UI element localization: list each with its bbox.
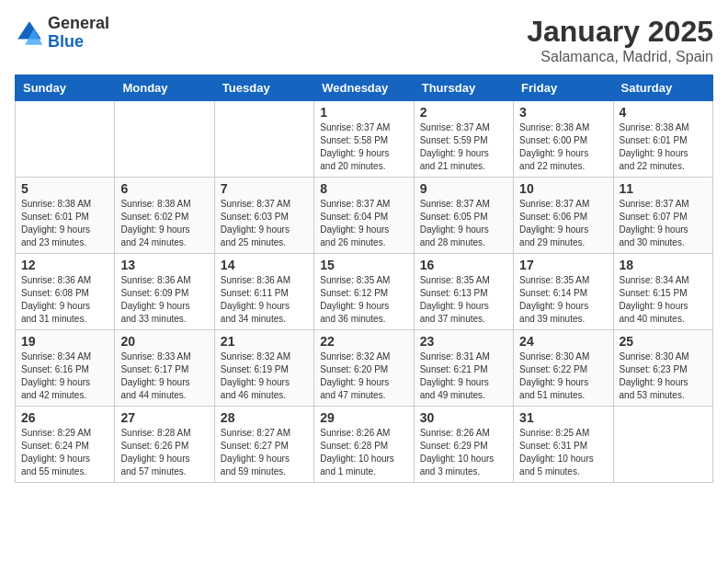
day-number: 8 — [320, 181, 407, 196]
calendar-cell: 24Sunrise: 8:30 AM Sunset: 6:22 PM Dayli… — [514, 330, 613, 407]
calendar-cell: 7Sunrise: 8:37 AM Sunset: 6:03 PM Daylig… — [214, 178, 313, 254]
day-info: Sunrise: 8:31 AM Sunset: 6:21 PM Dayligh… — [420, 350, 507, 402]
day-info: Sunrise: 8:36 AM Sunset: 6:11 PM Dayligh… — [221, 274, 308, 326]
calendar-cell: 20Sunrise: 8:33 AM Sunset: 6:17 PM Dayli… — [115, 330, 214, 407]
calendar-cell: 28Sunrise: 8:27 AM Sunset: 6:27 PM Dayli… — [214, 407, 313, 483]
day-info: Sunrise: 8:37 AM Sunset: 5:59 PM Dayligh… — [420, 121, 507, 173]
day-info: Sunrise: 8:35 AM Sunset: 6:14 PM Dayligh… — [519, 274, 607, 326]
day-number: 3 — [519, 105, 607, 120]
week-row-0: 1Sunrise: 8:37 AM Sunset: 5:58 PM Daylig… — [16, 101, 713, 178]
day-info: Sunrise: 8:37 AM Sunset: 6:07 PM Dayligh… — [620, 198, 707, 249]
calendar-cell: 13Sunrise: 8:36 AM Sunset: 6:09 PM Dayli… — [115, 254, 214, 330]
calendar-cell: 8Sunrise: 8:37 AM Sunset: 6:04 PM Daylig… — [314, 178, 414, 254]
day-number: 4 — [620, 105, 707, 120]
weekday-header-thursday: Thursday — [414, 75, 513, 101]
day-info: Sunrise: 8:27 AM Sunset: 6:27 PM Dayligh… — [221, 427, 308, 478]
calendar-cell: 11Sunrise: 8:37 AM Sunset: 6:07 PM Dayli… — [613, 178, 712, 254]
day-number: 14 — [221, 258, 308, 272]
calendar-cell: 27Sunrise: 8:28 AM Sunset: 6:26 PM Dayli… — [115, 407, 214, 483]
day-number: 26 — [21, 410, 108, 425]
calendar-cell: 31Sunrise: 8:25 AM Sunset: 6:31 PM Dayli… — [514, 407, 613, 483]
calendar-cell: 21Sunrise: 8:32 AM Sunset: 6:19 PM Dayli… — [214, 330, 313, 407]
day-number: 20 — [120, 334, 208, 349]
calendar-cell: 18Sunrise: 8:34 AM Sunset: 6:15 PM Dayli… — [613, 254, 712, 330]
day-info: Sunrise: 8:34 AM Sunset: 6:16 PM Dayligh… — [21, 350, 108, 402]
day-number: 19 — [21, 334, 108, 349]
day-number: 28 — [221, 410, 308, 425]
weekday-header-tuesday: Tuesday — [214, 75, 313, 101]
calendar-table: SundayMondayTuesdayWednesdayThursdayFrid… — [15, 75, 713, 483]
day-number: 15 — [320, 258, 407, 272]
day-info: Sunrise: 8:38 AM Sunset: 6:02 PM Dayligh… — [120, 198, 208, 249]
day-info: Sunrise: 8:37 AM Sunset: 6:04 PM Dayligh… — [320, 198, 407, 249]
day-number: 23 — [420, 334, 507, 349]
day-number: 1 — [320, 105, 407, 120]
day-number: 10 — [519, 181, 607, 196]
day-number: 24 — [519, 334, 607, 349]
day-number: 12 — [21, 258, 108, 272]
calendar-cell: 30Sunrise: 8:26 AM Sunset: 6:29 PM Dayli… — [414, 407, 513, 483]
day-info: Sunrise: 8:28 AM Sunset: 6:26 PM Dayligh… — [120, 427, 208, 478]
month-year: January 2025 — [527, 15, 713, 49]
day-number: 7 — [221, 181, 308, 196]
calendar-cell: 25Sunrise: 8:30 AM Sunset: 6:23 PM Dayli… — [613, 330, 712, 407]
day-number: 5 — [21, 181, 108, 196]
calendar-cell: 5Sunrise: 8:38 AM Sunset: 6:01 PM Daylig… — [16, 178, 115, 254]
day-number: 18 — [620, 258, 707, 272]
weekday-header-saturday: Saturday — [613, 75, 712, 101]
calendar-cell — [16, 101, 115, 178]
day-number: 21 — [221, 334, 308, 349]
weekday-header-row: SundayMondayTuesdayWednesdayThursdayFrid… — [16, 75, 713, 101]
day-number: 31 — [519, 410, 607, 425]
day-info: Sunrise: 8:33 AM Sunset: 6:17 PM Dayligh… — [120, 350, 208, 402]
week-row-2: 12Sunrise: 8:36 AM Sunset: 6:08 PM Dayli… — [16, 254, 713, 330]
calendar-cell: 17Sunrise: 8:35 AM Sunset: 6:14 PM Dayli… — [514, 254, 613, 330]
calendar-cell: 4Sunrise: 8:38 AM Sunset: 6:01 PM Daylig… — [613, 101, 712, 178]
logo-text: General Blue — [48, 15, 109, 52]
week-row-1: 5Sunrise: 8:38 AM Sunset: 6:01 PM Daylig… — [16, 178, 713, 254]
day-info: Sunrise: 8:26 AM Sunset: 6:28 PM Dayligh… — [320, 427, 407, 478]
weekday-header-wednesday: Wednesday — [314, 75, 414, 101]
day-info: Sunrise: 8:35 AM Sunset: 6:13 PM Dayligh… — [420, 274, 507, 326]
logo-icon — [15, 18, 44, 48]
calendar-cell: 19Sunrise: 8:34 AM Sunset: 6:16 PM Dayli… — [16, 330, 115, 407]
day-number: 17 — [519, 258, 607, 272]
day-number: 11 — [620, 181, 707, 196]
day-number: 27 — [120, 410, 208, 425]
week-row-3: 19Sunrise: 8:34 AM Sunset: 6:16 PM Dayli… — [16, 330, 713, 407]
week-row-4: 26Sunrise: 8:29 AM Sunset: 6:24 PM Dayli… — [16, 407, 713, 483]
location: Salamanca, Madrid, Spain — [527, 49, 713, 65]
day-info: Sunrise: 8:32 AM Sunset: 6:19 PM Dayligh… — [221, 350, 308, 402]
calendar-cell — [214, 101, 313, 178]
logo: General Blue — [15, 15, 109, 52]
calendar-cell: 16Sunrise: 8:35 AM Sunset: 6:13 PM Dayli… — [414, 254, 513, 330]
day-info: Sunrise: 8:29 AM Sunset: 6:24 PM Dayligh… — [21, 427, 108, 478]
day-info: Sunrise: 8:36 AM Sunset: 6:09 PM Dayligh… — [120, 274, 208, 326]
day-info: Sunrise: 8:37 AM Sunset: 6:06 PM Dayligh… — [519, 198, 607, 249]
calendar-cell: 9Sunrise: 8:37 AM Sunset: 6:05 PM Daylig… — [414, 178, 513, 254]
calendar-cell — [115, 101, 214, 178]
day-info: Sunrise: 8:37 AM Sunset: 6:05 PM Dayligh… — [420, 198, 507, 249]
day-info: Sunrise: 8:38 AM Sunset: 6:01 PM Dayligh… — [21, 198, 108, 249]
calendar-cell: 12Sunrise: 8:36 AM Sunset: 6:08 PM Dayli… — [16, 254, 115, 330]
day-number: 2 — [420, 105, 507, 120]
weekday-header-monday: Monday — [115, 75, 214, 101]
calendar-cell: 29Sunrise: 8:26 AM Sunset: 6:28 PM Dayli… — [314, 407, 414, 483]
day-info: Sunrise: 8:26 AM Sunset: 6:29 PM Dayligh… — [420, 427, 507, 478]
calendar-cell: 1Sunrise: 8:37 AM Sunset: 5:58 PM Daylig… — [314, 101, 414, 178]
calendar-cell: 23Sunrise: 8:31 AM Sunset: 6:21 PM Dayli… — [414, 330, 513, 407]
day-info: Sunrise: 8:38 AM Sunset: 6:01 PM Dayligh… — [620, 121, 707, 173]
day-info: Sunrise: 8:30 AM Sunset: 6:23 PM Dayligh… — [620, 350, 707, 402]
calendar-cell: 10Sunrise: 8:37 AM Sunset: 6:06 PM Dayli… — [514, 178, 613, 254]
day-number: 9 — [420, 181, 507, 196]
day-number: 16 — [420, 258, 507, 272]
day-number: 30 — [420, 410, 507, 425]
logo-blue: Blue — [48, 32, 84, 51]
header: General Blue January 2025 Salamanca, Mad… — [15, 15, 713, 65]
calendar-cell: 15Sunrise: 8:35 AM Sunset: 6:12 PM Dayli… — [314, 254, 414, 330]
calendar-cell — [613, 407, 712, 483]
calendar-cell: 14Sunrise: 8:36 AM Sunset: 6:11 PM Dayli… — [214, 254, 313, 330]
calendar-cell: 2Sunrise: 8:37 AM Sunset: 5:59 PM Daylig… — [414, 101, 513, 178]
calendar-cell: 22Sunrise: 8:32 AM Sunset: 6:20 PM Dayli… — [314, 330, 414, 407]
title-block: January 2025 Salamanca, Madrid, Spain — [527, 15, 713, 65]
